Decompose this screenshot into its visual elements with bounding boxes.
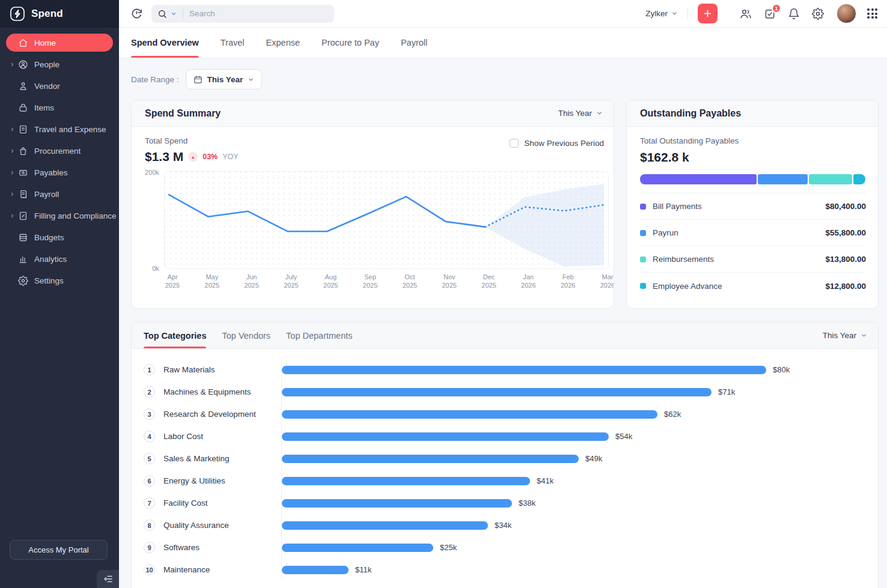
tab-expense[interactable]: Expense (266, 28, 300, 58)
sidebar-item-travel-and-expense[interactable]: Travel and Expense (6, 120, 113, 138)
top-list-header: Top CategoriesTop VendorsTop Departments… (132, 323, 878, 349)
spend-summary-period-dropdown[interactable]: This Year (558, 109, 603, 118)
rank-badge: 10 (144, 564, 155, 575)
category-bar[interactable] (282, 455, 579, 463)
sidebar-item-payroll[interactable]: Payroll (6, 185, 113, 203)
category-bar-zone: $54k (281, 425, 864, 447)
category-row-labor-cost: 4Labor Cost$54k (144, 425, 864, 447)
category-label: Sales & Marketing (163, 454, 281, 463)
payroll-icon (17, 189, 29, 199)
category-bar[interactable] (282, 477, 530, 485)
category-label: Maintenance (163, 565, 281, 574)
collapse-icon (103, 574, 114, 584)
category-value: $34k (495, 521, 511, 530)
users-icon[interactable] (739, 7, 752, 20)
items-icon (17, 103, 29, 113)
tab-top-categories[interactable]: Top Categories (144, 323, 206, 348)
spend-logo-icon (10, 6, 25, 22)
tab-procure-to-pay[interactable]: Procure to Pay (322, 28, 379, 58)
top-categories-chart: 1Raw Materials$80k2Machines & Equipments… (132, 349, 878, 588)
payables-segment-bill-payments[interactable] (640, 174, 757, 184)
show-previous-period-toggle[interactable]: Show Previous Period (510, 139, 604, 148)
sidebar-item-payables[interactable]: Payables (6, 163, 113, 181)
category-bar[interactable] (282, 410, 657, 419)
category-value: $80k (773, 365, 790, 374)
tasks-icon[interactable]: 1 (763, 7, 776, 20)
outstanding-payables-title: Outstanding Payables (640, 108, 741, 119)
sidebar-item-procurement[interactable]: Procurement (6, 142, 113, 160)
sidebar-item-home[interactable]: Home (6, 34, 113, 52)
search-scope-chevron-icon[interactable] (171, 11, 177, 17)
sidebar-item-settings[interactable]: Settings (6, 271, 113, 289)
tab-travel[interactable]: Travel (221, 28, 245, 58)
payables-row-payrun: Payrun$55,800.00 (640, 220, 866, 246)
category-bar-zone: $41k (281, 470, 864, 492)
sidebar-item-items[interactable]: Items (6, 99, 113, 117)
sidebar-item-label: Vendor (34, 82, 60, 91)
sidebar-item-budgets[interactable]: Budgets (6, 228, 113, 246)
sidebar-item-label: Procurement (34, 147, 81, 156)
collapse-sidebar-button[interactable] (97, 570, 119, 588)
payables-breakdown-list: Bill Payments$80,400.00Payrun$55,800.00R… (640, 193, 866, 299)
category-value: $38k (519, 499, 535, 508)
category-bar[interactable] (282, 499, 512, 508)
rank-badge: 4 (144, 431, 155, 442)
category-bar[interactable] (282, 544, 433, 552)
search-divider (183, 9, 183, 19)
sidebar-item-analytics[interactable]: Analytics (6, 250, 113, 268)
search-input[interactable]: Search (151, 5, 334, 23)
rank-badge: 3 (144, 408, 155, 420)
bell-icon[interactable] (787, 7, 800, 20)
category-bar[interactable] (282, 366, 766, 374)
spend-line-chart: 200k 0k Apr2025May2025Jun2025July2025Aug… (145, 171, 604, 292)
date-range-label: Date Range : (131, 75, 179, 84)
budgets-icon (17, 232, 29, 243)
sidebar-item-filling-and-compliance[interactable]: Filling and Compliance (6, 207, 113, 225)
org-switcher[interactable]: Zylker (645, 9, 678, 18)
settings-icon (17, 276, 29, 286)
payables-segment-reimbursements[interactable] (809, 174, 852, 184)
category-bar[interactable] (282, 432, 609, 441)
tab-top-vendors[interactable]: Top Vendors (222, 323, 270, 348)
refresh-icon[interactable] (130, 7, 143, 20)
category-label: Softwares (163, 543, 281, 552)
category-bar[interactable] (282, 521, 488, 530)
tab-top-departments[interactable]: Top Departments (286, 323, 352, 348)
calendar-icon (194, 75, 203, 84)
apps-grid-icon[interactable] (867, 8, 877, 19)
sidebar-item-people[interactable]: People (6, 55, 113, 73)
sidebar-item-label: People (34, 60, 59, 69)
quick-create-button[interactable] (698, 4, 718, 23)
top-list-card: Top CategoriesTop VendorsTop Departments… (131, 322, 879, 588)
category-row-maintenance: 10Maintenance$11k (144, 559, 864, 581)
analytics-icon (17, 254, 29, 264)
chevron-right-icon (7, 213, 17, 219)
line-chart-plot (164, 171, 609, 269)
category-bar[interactable] (282, 566, 349, 574)
rank-badge: 8 (144, 520, 155, 531)
user-avatar[interactable] (837, 4, 856, 23)
search-icon (157, 9, 167, 19)
top-list-period-dropdown[interactable]: This Year (823, 331, 867, 340)
sidebar-item-vendor[interactable]: Vendor (6, 77, 113, 95)
payables-segment-employee-advance[interactable] (853, 174, 865, 184)
gear-icon[interactable] (811, 7, 825, 20)
show-previous-period-checkbox[interactable] (510, 139, 519, 148)
x-axis-tick: July2025 (273, 273, 309, 290)
tab-payroll[interactable]: Payroll (401, 28, 427, 58)
sidebar-item-label: Analytics (34, 255, 67, 264)
category-bar[interactable] (282, 388, 712, 396)
x-axis-tick: Jan2026 (510, 273, 546, 290)
rank-badge: 1 (144, 364, 155, 375)
category-label: Quality Assurance (163, 521, 281, 530)
app-logo[interactable]: Spend (0, 0, 119, 28)
payables-row-amount: $80,400.00 (825, 202, 866, 211)
category-row-facility-cost: 7Facility Cost$38k (144, 492, 864, 514)
chevron-down-icon (596, 110, 603, 117)
date-range-dropdown[interactable]: This Year (186, 69, 263, 89)
access-my-portal-button[interactable]: Access My Portal (10, 540, 108, 560)
show-previous-period-label: Show Previous Period (524, 139, 604, 148)
category-bar-zone: $11k (281, 559, 864, 581)
tab-spend-overview[interactable]: Spend Overview (131, 28, 199, 58)
payables-segment-payrun[interactable] (758, 174, 808, 184)
